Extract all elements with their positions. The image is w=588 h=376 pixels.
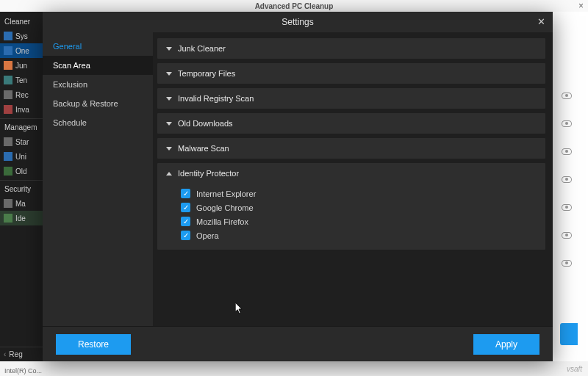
eye-icon[interactable] — [562, 176, 572, 183]
sidebar-item-general[interactable]: General — [43, 37, 153, 56]
section-temporary-files: Temporary Files — [157, 63, 545, 84]
sidebar-item-schedule[interactable]: Schedule — [43, 113, 153, 132]
rail-item-inva[interactable]: Inva — [0, 102, 43, 117]
check-row-firefox[interactable]: ✓Mozilla Firefox — [181, 214, 537, 228]
rail-item-reg[interactable]: ‹Reg — [0, 347, 43, 361]
chevron-down-icon — [166, 97, 172, 101]
rail-item-ten[interactable]: Ten — [0, 73, 43, 87]
rail-item-one[interactable]: One — [0, 43, 43, 58]
app-title: Advanced PC Cleanup — [255, 2, 334, 10]
modal-footer: Restore Apply — [43, 326, 553, 361]
apply-button[interactable]: Apply — [473, 334, 539, 355]
sidebar-item-exclusion[interactable]: Exclusion — [43, 75, 153, 94]
rail-item-ma[interactable]: Ma — [0, 196, 43, 211]
section-old-downloads: Old Downloads — [157, 113, 545, 134]
rail-header-security: Security — [0, 182, 43, 196]
section-header[interactable]: Malware Scan — [157, 138, 545, 159]
monitor-icon — [4, 32, 12, 40]
shield-icon — [4, 199, 12, 208]
chevron-down-icon — [166, 147, 172, 151]
close-icon[interactable]: ✕ — [537, 16, 545, 27]
restore-button[interactable]: Restore — [56, 334, 131, 355]
chevron-down-icon — [166, 122, 172, 126]
folder-icon — [4, 61, 12, 70]
rail-header-cleaner: Cleaner — [0, 15, 43, 29]
rail-item-old[interactable]: Old — [0, 164, 43, 178]
status-bar-text: Intel(R) Co... — [4, 367, 42, 375]
checkbox-checked-icon[interactable]: ✓ — [181, 189, 190, 198]
divider — [0, 180, 43, 181]
rail-item-rec[interactable]: Rec — [0, 87, 43, 102]
check-row-opera[interactable]: ✓Opera — [181, 228, 537, 242]
section-header[interactable]: Junk Cleaner — [157, 38, 545, 59]
section-invalid-registry: Invalid Registry Scan — [157, 88, 545, 109]
sidebar-item-backup-restore[interactable]: Backup & Restore — [43, 94, 153, 113]
modal-titlebar: Settings ✕ — [43, 12, 553, 32]
eye-icon[interactable] — [562, 120, 572, 127]
side-action-button[interactable] — [560, 323, 578, 345]
sidebar-item-scan-area[interactable]: Scan Area — [43, 56, 153, 75]
section-header[interactable]: Invalid Registry Scan — [157, 88, 545, 109]
temp-icon — [4, 76, 12, 84]
section-malware-scan: Malware Scan — [157, 138, 545, 159]
settings-modal: Settings ✕ General Scan Area Exclusion B… — [43, 12, 553, 361]
section-identity-protector: Identity Protector ✓Internet Explorer ✓G… — [157, 163, 545, 250]
chevron-down-icon — [166, 72, 172, 76]
rail-item-uni[interactable]: Uni — [0, 149, 43, 164]
eye-icon[interactable] — [562, 93, 572, 99]
settings-sidebar: General Scan Area Exclusion Backup & Res… — [43, 32, 153, 326]
rail-item-sys[interactable]: Sys — [0, 29, 43, 43]
left-rail: Cleaner Sys One Jun Ten Rec Inva Managem… — [0, 12, 43, 361]
app-titlebar: Advanced PC Cleanup × — [0, 0, 588, 12]
chevron-down-icon — [166, 47, 172, 51]
rail-item-star[interactable]: Star — [0, 134, 43, 149]
modal-title-text: Settings — [282, 17, 313, 27]
eye-icon[interactable] — [562, 232, 572, 239]
checkbox-checked-icon[interactable]: ✓ — [181, 217, 190, 226]
modal-body: General Scan Area Exclusion Backup & Res… — [43, 32, 553, 326]
checkbox-checked-icon[interactable]: ✓ — [181, 231, 190, 240]
watermark: vsaft — [567, 365, 582, 373]
scan-icon — [4, 46, 12, 55]
rail-header-manage: Managem — [0, 120, 43, 134]
divider — [0, 118, 43, 119]
check-row-chrome[interactable]: ✓Google Chrome — [181, 200, 537, 214]
eye-icon[interactable] — [562, 148, 572, 155]
section-body: ✓Internet Explorer ✓Google Chrome ✓Mozil… — [157, 184, 545, 250]
section-header[interactable]: Old Downloads — [157, 113, 545, 134]
uninstall-icon — [4, 152, 12, 161]
startup-icon — [4, 137, 12, 146]
section-header[interactable]: Identity Protector — [157, 163, 545, 184]
rail-item-jun[interactable]: Jun — [0, 58, 43, 73]
checkbox-checked-icon[interactable]: ✓ — [181, 203, 190, 212]
eye-icon[interactable] — [562, 260, 572, 267]
settings-content: Junk Cleaner Temporary Files Invalid Reg… — [153, 32, 553, 326]
chevron-up-icon — [166, 172, 172, 176]
download-icon — [4, 167, 12, 176]
section-header[interactable]: Temporary Files — [157, 63, 545, 84]
eye-icon[interactable] — [562, 204, 572, 211]
rail-item-ide[interactable]: Ide — [0, 211, 43, 225]
trash-icon — [4, 90, 12, 99]
section-junk-cleaner: Junk Cleaner — [157, 38, 545, 59]
identity-icon — [4, 214, 12, 223]
registry-icon — [4, 105, 12, 114]
window-close-icon[interactable]: × — [578, 1, 584, 11]
check-row-ie[interactable]: ✓Internet Explorer — [181, 187, 537, 200]
